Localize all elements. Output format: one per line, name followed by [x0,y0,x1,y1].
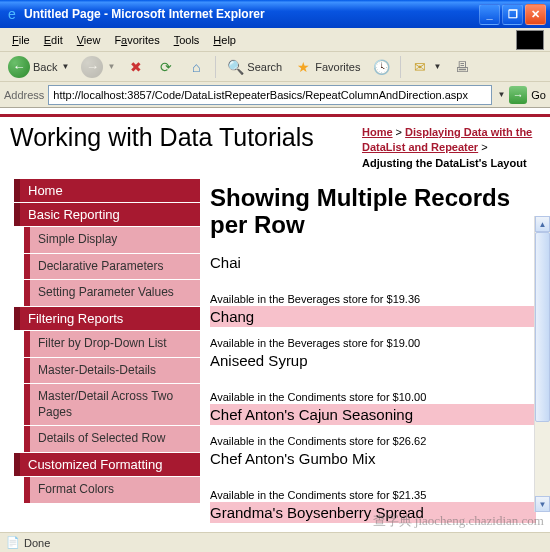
stop-icon: ✖ [127,58,145,76]
sidebar-item-simple-display[interactable]: Simple Display [24,227,200,253]
history-button[interactable]: 🕓 [368,56,394,78]
maximize-button[interactable]: ❐ [502,4,523,25]
product-name: Aniseed Syrup [210,350,536,371]
sidebar: Home Basic Reporting Simple Display Decl… [0,179,200,532]
favorites-button[interactable]: ★Favorites [290,56,364,78]
scrollbar[interactable]: ▲ ▼ [534,216,550,512]
menu-view[interactable]: View [71,32,107,48]
scroll-up-button[interactable]: ▲ [535,216,550,232]
document-icon: 📄 [6,536,20,550]
scroll-thumb[interactable] [535,232,550,422]
menu-edit[interactable]: Edit [38,32,69,48]
scroll-down-button[interactable]: ▼ [535,496,550,512]
history-icon: 🕓 [372,58,390,76]
windows-logo [516,30,544,50]
sidebar-item-details-selected[interactable]: Details of Selected Row [24,426,200,452]
sidebar-item-filter-dropdown[interactable]: Filter by Drop-Down List [24,331,200,357]
minimize-button[interactable]: _ [479,4,500,25]
go-label: Go [531,89,546,101]
stop-button[interactable]: ✖ [123,56,149,78]
window-title: Untitled Page - Microsoft Internet Explo… [24,7,479,21]
breadcrumb-current: Adjusting the DataList's Layout [362,157,527,169]
back-icon: ← [8,56,30,78]
address-label: Address [4,89,44,101]
search-button[interactable]: 🔍Search [222,56,286,78]
sidebar-item-declarative-params[interactable]: Declarative Parameters [24,254,200,280]
back-button[interactable]: ←Back▼ [4,54,73,80]
titlebar: e Untitled Page - Microsoft Internet Exp… [0,0,550,28]
print-icon: 🖶 [453,58,471,76]
top-divider [0,114,550,117]
forward-icon: → [81,56,103,78]
sidebar-item-custom-formatting[interactable]: Customized Formatting [14,453,200,476]
home-icon: ⌂ [187,58,205,76]
page-content: Working with Data Tutorials Home > Displ… [0,108,550,532]
menu-help[interactable]: Help [207,32,242,48]
star-icon: ★ [294,58,312,76]
go-button[interactable]: → [509,86,527,104]
sidebar-item-master-details[interactable]: Master-Details-Details [24,358,200,384]
breadcrumb-home[interactable]: Home [362,126,393,138]
refresh-icon: ⟳ [157,58,175,76]
sidebar-item-format-colors[interactable]: Format Colors [24,477,200,503]
search-icon: 🔍 [226,58,244,76]
main-body: Showing Multiple Records per Row Chai Av… [200,179,550,532]
watermark: 查字典 jiaocheng.chazidian.com [373,512,544,530]
menu-file[interactable]: File [6,32,36,48]
menubar: File Edit View Favorites Tools Help [0,28,550,52]
address-input[interactable]: http://localhost:3857/Code/DataListRepea… [48,85,492,105]
print-button[interactable]: 🖶 [449,56,475,78]
product-avail: Available in the Beverages store for $19… [210,337,536,349]
breadcrumb: Home > Displaying Data with the DataList… [362,123,540,171]
status-text: Done [24,537,50,549]
ie-icon: e [4,6,20,22]
home-button[interactable]: ⌂ [183,56,209,78]
menu-favorites[interactable]: Favorites [108,32,165,48]
product-name: Chef Anton's Gumbo Mix [210,448,536,469]
address-dropdown[interactable]: ▼ [497,90,505,99]
product-avail: Available in the Condiments store for $2… [210,435,536,447]
sidebar-item-home[interactable]: Home [14,179,200,202]
forward-button[interactable]: →▼ [77,54,119,80]
close-button[interactable]: ✕ [525,4,546,25]
product-avail: Available in the Beverages store for $19… [210,293,536,305]
page-title: Working with Data Tutorials [10,123,362,171]
mail-button[interactable]: ✉▼ [407,56,445,78]
sidebar-item-master-detail-across[interactable]: Master/Detail Across Two Pages [24,384,200,425]
mail-icon: ✉ [411,58,429,76]
statusbar: 📄 Done [0,532,550,552]
toolbar: ←Back▼ →▼ ✖ ⟳ ⌂ 🔍Search ★Favorites 🕓 ✉▼ … [0,52,550,82]
menu-tools[interactable]: Tools [168,32,206,48]
product-name: Chang [210,306,536,327]
content-heading: Showing Multiple Records per Row [210,185,536,238]
product-name: Chef Anton's Cajun Seasoning [210,404,536,425]
sidebar-item-setting-params[interactable]: Setting Parameter Values [24,280,200,306]
product-avail: Available in the Condiments store for $1… [210,391,536,403]
refresh-button[interactable]: ⟳ [153,56,179,78]
product-avail: Available in the Condiments store for $2… [210,489,536,501]
window-controls: _ ❐ ✕ [479,4,546,25]
product-name: Chai [210,252,536,273]
sidebar-item-basic-reporting[interactable]: Basic Reporting [14,203,200,226]
addressbar: Address http://localhost:3857/Code/DataL… [0,82,550,108]
sidebar-item-filtering-reports[interactable]: Filtering Reports [14,307,200,330]
